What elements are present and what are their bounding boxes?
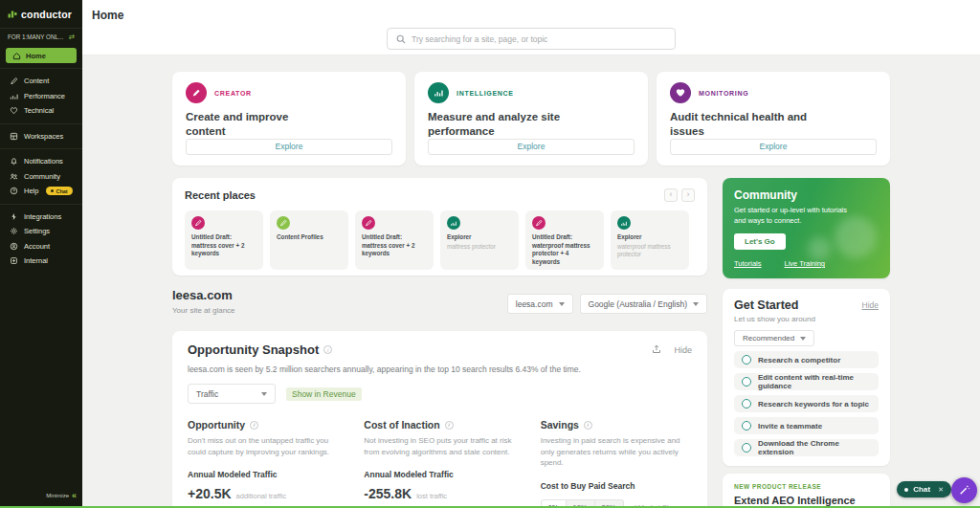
task-download-extension[interactable]: Download the Chrome extension — [734, 439, 879, 456]
explore-monitoring-button[interactable]: Explore — [670, 139, 877, 155]
creator-icon — [186, 82, 207, 103]
recent-place-card[interactable]: Untitled Draft: mattress cover + 2 keywo… — [185, 210, 263, 270]
get-started-hide-link[interactable]: Hide — [862, 300, 879, 310]
snapshot-title: Opportunity Snapshot — [188, 342, 319, 357]
explore-intelligence-button[interactable]: Explore — [428, 139, 635, 155]
sidebar-item-technical[interactable]: Technical — [0, 103, 82, 119]
content-icon — [9, 77, 18, 85]
sidebar-item-content[interactable]: Content — [0, 74, 82, 89]
main-area: Home CREATOR Create and improve content … — [82, 0, 980, 508]
draft-icon — [362, 216, 375, 230]
assistant-wand-button[interactable] — [951, 477, 977, 503]
info-icon[interactable]: i — [445, 421, 454, 430]
snapshot-hide-link[interactable]: Hide — [674, 345, 692, 355]
sidebar-item-notifications[interactable]: Notifications — [0, 154, 82, 169]
switch-account-icon[interactable]: ⇄ — [69, 33, 75, 41]
live-training-link[interactable]: Live Training — [784, 259, 825, 268]
recommended-dropdown[interactable]: Recommended — [734, 330, 814, 346]
get-started-title: Get Started — [734, 298, 798, 312]
content-scroll-area[interactable]: CREATOR Create and improve content Explo… — [82, 55, 980, 508]
chevron-down-icon — [559, 302, 565, 306]
creator-card[interactable]: CREATOR Create and improve content Explo… — [172, 72, 406, 166]
search-engine-dropdown[interactable]: Google (Australia / English) — [580, 294, 707, 314]
recent-place-card[interactable]: Explorer mattress protector — [440, 210, 519, 270]
info-icon[interactable]: i — [250, 421, 258, 430]
sidebar-collapse-button[interactable]: Minimize « — [46, 491, 77, 500]
monitoring-card[interactable]: MONITORING Audit technical health and is… — [657, 72, 890, 166]
recent-place-title: Untitled Draft: waterproof mattress prot… — [532, 233, 597, 266]
site-overview-header: leesa.com Your site at glance leesa.com … — [172, 288, 707, 327]
collapse-label: Minimize — [46, 493, 69, 498]
app-window: conductor FOR 1:MANY ONL... ⇄ Home Conte… — [0, 0, 980, 508]
sidebar-item-internal[interactable]: Internal — [0, 254, 82, 269]
recent-place-card[interactable]: Untitled Draft: waterproof mattress prot… — [525, 210, 604, 270]
recent-place-title: Content Profiles — [277, 233, 342, 242]
gear-icon — [9, 227, 18, 235]
metric-dropdown[interactable]: Traffic — [188, 384, 276, 404]
recent-place-card[interactable]: Content Profiles — [270, 210, 348, 270]
chevron-down-icon — [693, 302, 699, 306]
checkbox-circle-icon[interactable] — [742, 355, 751, 364]
show-in-revenue-link[interactable]: Show in Revenue — [286, 387, 362, 401]
recent-place-card[interactable]: Explorer waterproof mattress protector — [611, 210, 689, 270]
sidebar-item-help[interactable]: Help Chat — [0, 184, 82, 199]
checkbox-circle-icon[interactable] — [742, 443, 751, 453]
sidebar-item-home[interactable]: Home — [6, 48, 77, 63]
cost-of-inaction-column: Cost of Inactioni Not investing in SEO p… — [364, 419, 515, 508]
sidebar-item-integrations[interactable]: Integrations — [0, 210, 82, 225]
performance-icon — [9, 92, 18, 100]
task-research-competitor[interactable]: Research a competitor — [734, 351, 879, 368]
info-icon[interactable]: i — [323, 345, 332, 354]
new-product-release-card[interactable]: NEW PRODUCT RELEASE Extend AEO Intellige… — [723, 474, 890, 508]
next-arrow-button[interactable]: › — [681, 188, 695, 202]
lets-go-button[interactable]: Let's Go — [734, 233, 786, 250]
sidebar-item-label: Performance — [24, 92, 65, 100]
workspaces-icon — [9, 132, 18, 141]
checkbox-circle-icon[interactable] — [742, 421, 751, 431]
sidebar-item-settings[interactable]: Settings — [0, 224, 82, 239]
checkbox-circle-icon[interactable] — [742, 377, 751, 387]
logo-text: conductor — [21, 9, 72, 20]
sidebar-item-community[interactable]: Community — [0, 169, 82, 185]
value-caption: additional traffic — [236, 492, 286, 500]
search-icon — [396, 31, 406, 48]
site-subtitle: Your site at glance — [172, 306, 235, 315]
recent-place-card[interactable]: Untitled Draft: mattress cover + 2 keywo… — [355, 210, 434, 270]
chat-widget[interactable]: Chat ✕ — [897, 481, 951, 497]
task-invite-teammate[interactable]: Invite a teammate — [734, 417, 879, 434]
intelligence-card[interactable]: INTELLIGENCE Measure and analyze site pe… — [414, 72, 648, 166]
prev-arrow-button[interactable]: ‹ — [664, 188, 678, 202]
account-switcher[interactable]: FOR 1:MANY ONL... ⇄ — [0, 28, 82, 45]
task-label: Research keywords for a topic — [758, 400, 869, 409]
task-research-keywords[interactable]: Research keywords for a topic — [734, 395, 879, 412]
sidebar-item-label: Home — [26, 52, 46, 60]
content-profiles-icon — [277, 216, 290, 230]
export-icon[interactable] — [652, 344, 661, 356]
search-input[interactable] — [412, 34, 666, 44]
lost-traffic-value: -255.8K — [364, 486, 412, 501]
global-search[interactable] — [387, 28, 676, 50]
sidebar-item-label: Workspaces — [24, 132, 63, 141]
decorative-bubble — [808, 237, 831, 260]
monitoring-icon — [670, 82, 691, 103]
tutorials-link[interactable]: Tutorials — [734, 259, 761, 268]
page-title: Home — [92, 9, 123, 22]
sidebar-item-account[interactable]: Account — [0, 239, 82, 254]
user-icon — [9, 242, 18, 251]
bell-icon — [9, 157, 18, 166]
status-dot — [51, 189, 54, 192]
task-label: Edit content with real-time guidance — [758, 373, 871, 390]
conductor-logo[interactable]: conductor — [0, 0, 82, 28]
explore-creator-button[interactable]: Explore — [186, 139, 392, 155]
sidebar-item-workspaces[interactable]: Workspaces — [0, 129, 82, 144]
sidebar-item-performance[interactable]: Performance — [0, 89, 82, 104]
help-chat-badge[interactable]: Chat — [46, 187, 72, 195]
info-icon[interactable]: i — [584, 421, 592, 430]
close-icon[interactable]: ✕ — [938, 486, 944, 494]
checkbox-circle-icon[interactable] — [742, 399, 751, 409]
task-edit-content[interactable]: Edit content with real-time guidance — [734, 373, 879, 390]
site-selector-dropdown[interactable]: leesa.com — [507, 294, 573, 314]
site-selector-value: leesa.com — [516, 299, 553, 309]
get-started-card: Get Started Hide Let us show you around … — [723, 289, 890, 466]
card-category: MONITORING — [699, 90, 748, 97]
